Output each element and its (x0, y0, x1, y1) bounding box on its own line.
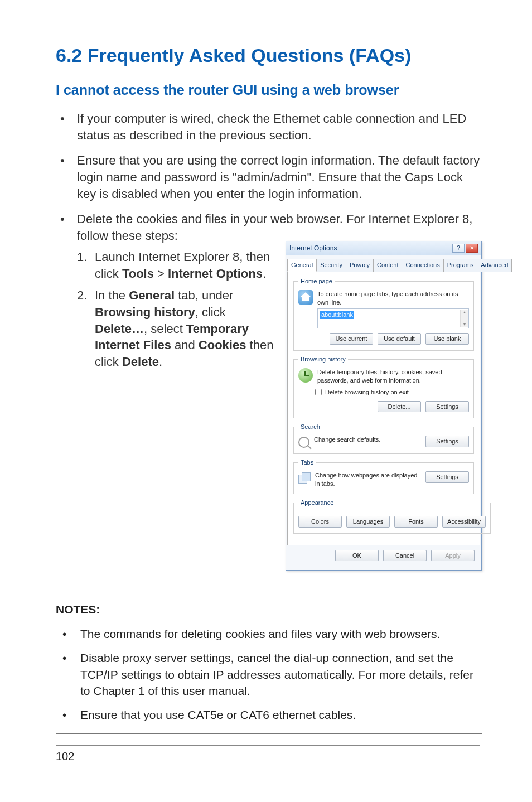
tab-security[interactable]: Security (316, 259, 346, 272)
dialog-title: Internet Options (289, 244, 337, 253)
page-number: 102 (56, 745, 480, 763)
group-legend: Browsing history (298, 355, 348, 364)
tabs-text: Change how webpages are displayed in tab… (315, 471, 421, 488)
notes-box: NOTES: The commands for deleting cookies… (56, 593, 482, 733)
step-text: and (171, 338, 199, 352)
history-text: Delete temporary files, history, cookies… (317, 368, 469, 385)
step-item: 1. Launch Internet Explorer 8, then clic… (77, 249, 275, 282)
languages-button[interactable]: Languages (346, 516, 390, 528)
delete-button[interactable]: Delete... (378, 401, 421, 413)
tabs-icon (298, 472, 311, 484)
homepage-text: To create home page tabs, type each addr… (317, 290, 469, 307)
accessibility-button[interactable]: Accessibility (442, 516, 486, 528)
step-text: tab, under (175, 288, 233, 302)
group-legend: Search (298, 423, 322, 431)
step-bold: Cookies (199, 338, 246, 352)
step-text: , select (144, 322, 186, 336)
tab-advanced[interactable]: Advanced (477, 259, 512, 272)
apply-button[interactable]: Apply (431, 550, 475, 562)
ok-button[interactable]: OK (335, 550, 379, 562)
group-legend: Home page (298, 277, 335, 286)
help-button[interactable]: ? (452, 244, 465, 253)
search-text: Change search defaults. (314, 436, 421, 444)
checkbox-label: Delete browsing history on exit (325, 388, 409, 397)
homepage-group: Home page To create home page tabs, type… (293, 277, 474, 351)
step-text: In the (95, 288, 129, 302)
tab-content[interactable]: Content (373, 259, 403, 272)
bullet-item: Delete the cookies and files in your web… (56, 211, 482, 571)
tab-connections[interactable]: Connections (402, 259, 443, 272)
search-group: Search Change search defaults. Settings (293, 423, 474, 454)
checkbox-input[interactable] (315, 389, 322, 395)
step-bold: General (129, 288, 175, 302)
history-settings-button[interactable]: Settings (425, 401, 469, 413)
step-bold: Tools (122, 267, 154, 281)
cancel-button[interactable]: Cancel (383, 550, 427, 562)
step-text: , click (195, 305, 226, 319)
tabs-group: Tabs Change how webpages are displayed i… (293, 458, 474, 494)
step-text: . (263, 267, 266, 281)
tab-programs[interactable]: Programs (443, 259, 478, 272)
tabs-settings-button[interactable]: Settings (425, 471, 469, 483)
delete-on-exit-checkbox[interactable]: Delete browsing history on exit (315, 388, 469, 397)
colors-button[interactable]: Colors (298, 516, 342, 528)
browsing-history-group: Browsing history Delete temporary files,… (293, 355, 474, 418)
group-legend: Tabs (298, 458, 316, 467)
note-item: Disable proxy server settings, cancel th… (56, 650, 482, 699)
note-item: The commands for deleting cookies and fi… (56, 626, 482, 642)
close-button[interactable]: ✕ (466, 244, 478, 253)
use-current-button[interactable]: Use current (330, 333, 373, 345)
sub-heading: I cannot access the router GUI using a w… (56, 82, 482, 98)
fonts-button[interactable]: Fonts (394, 516, 438, 528)
search-settings-button[interactable]: Settings (425, 436, 469, 447)
search-icon (298, 437, 309, 448)
group-legend: Appearance (298, 499, 336, 507)
use-default-button[interactable]: Use default (378, 333, 421, 345)
tab-privacy[interactable]: Privacy (346, 259, 374, 272)
section-heading: 6.2 Frequently Asked Questions (FAQs) (56, 45, 482, 66)
bullet-text: Delete the cookies and files in your web… (77, 212, 472, 243)
history-icon (298, 368, 313, 383)
step-bold: Delete (122, 355, 159, 369)
use-blank-button[interactable]: Use blank (425, 333, 469, 345)
step-item: 2. In the General tab, under Browsing hi… (77, 287, 275, 370)
scrollbar[interactable] (460, 310, 468, 327)
appearance-group: Appearance Colors Languages Fonts Access… (293, 499, 491, 534)
step-text: . (159, 355, 162, 369)
bullet-item: If your computer is wired, check the Eth… (56, 110, 482, 143)
internet-options-dialog: Internet Options ? ✕ General Security Pr… (286, 241, 482, 571)
note-item: Ensure that you use CAT5e or CAT6 ethern… (56, 707, 482, 723)
homepage-url-value: about:blank (320, 311, 354, 319)
tab-general[interactable]: General (287, 259, 317, 272)
step-bold: Delete… (95, 322, 144, 336)
step-text: > (154, 267, 168, 281)
bullet-item: Ensure that you are using the correct lo… (56, 152, 482, 202)
step-bold: Internet Options (168, 267, 263, 281)
homepage-url-input[interactable]: about:blank (317, 308, 469, 328)
home-icon (298, 290, 313, 305)
notes-label: NOTES: (56, 601, 482, 617)
step-bold: Browsing history (95, 305, 195, 319)
